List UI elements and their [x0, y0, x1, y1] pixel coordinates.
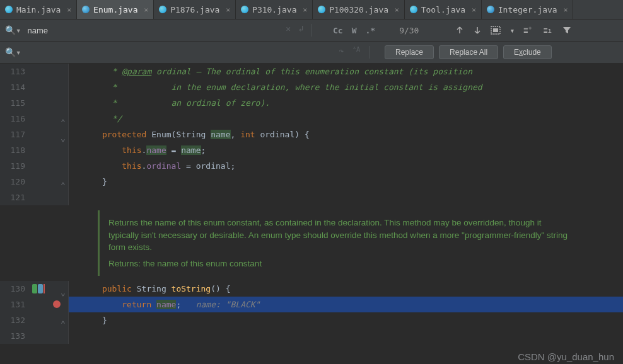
line-number: 119: [0, 158, 30, 174]
select-all-icon[interactable]: [491, 26, 501, 35]
svg-text:+: +: [528, 26, 532, 31]
tab-p310-java[interactable]: P310.java✕: [236, 0, 313, 19]
line-number: 133: [0, 328, 30, 344]
java-class-icon: [487, 6, 494, 13]
editor-tabs: Main.java✕ Enum.java✕ P1876.java✕ P310.j…: [0, 0, 623, 20]
history-icon[interactable]: ↷: [339, 46, 344, 59]
java-class-icon: [82, 6, 90, 13]
line-number: 118: [0, 142, 30, 158]
svg-text:≣: ≣: [523, 26, 528, 35]
close-icon[interactable]: ✕: [564, 6, 568, 14]
close-icon[interactable]: ✕: [67, 6, 71, 14]
newline-toggle-icon[interactable]: ↲: [298, 24, 303, 37]
clear-input-icon[interactable]: ✕: [286, 24, 291, 37]
close-icon[interactable]: ✕: [395, 6, 399, 14]
code-editor[interactable]: 113 * @param ordinal – The ordinal of th…: [0, 64, 623, 364]
divider: [369, 46, 370, 59]
fold-down-icon[interactable]: ⌄: [61, 285, 67, 292]
fold-down-icon[interactable]: ⌄: [61, 130, 67, 138]
tab-integer-java[interactable]: Integer.java✕: [482, 0, 574, 19]
java-file-icon: [318, 6, 325, 13]
line-number: 132: [0, 312, 30, 328]
quick-doc-popup: Returns the name of this enum constant, …: [98, 210, 577, 276]
line-number: 120: [0, 174, 30, 190]
words-toggle[interactable]: W: [352, 26, 357, 35]
line-number: 116: [0, 111, 30, 127]
replace-button[interactable]: Replace: [385, 45, 434, 59]
filter-icon[interactable]: [562, 26, 571, 35]
match-case-toggle[interactable]: Cc: [333, 26, 343, 35]
close-icon[interactable]: ✕: [226, 6, 230, 14]
tab-enum-java[interactable]: Enum.java✕: [77, 0, 154, 19]
line-number: 121: [0, 190, 30, 205]
java-file-icon: [159, 6, 166, 13]
line-number: 131: [0, 297, 30, 312]
close-icon[interactable]: ✕: [472, 6, 476, 14]
replace-all-button[interactable]: Replace All: [439, 45, 498, 59]
fold-up-icon[interactable]: ⌃: [61, 316, 67, 324]
tab-p100320-java[interactable]: P100320.java✕: [313, 0, 405, 19]
fold-up-icon[interactable]: ⌃: [61, 115, 67, 122]
exclude-button[interactable]: Exclude: [503, 45, 552, 59]
find-input[interactable]: [26, 25, 281, 36]
svg-rect-1: [493, 28, 498, 32]
watermark: CSDN @yu_duan_hun: [518, 351, 614, 362]
close-icon[interactable]: ✕: [303, 6, 308, 14]
line-number: 115: [0, 95, 30, 111]
java-file-icon: [5, 6, 13, 13]
divider: [311, 24, 312, 37]
search-icon[interactable]: 🔍▾: [5, 47, 21, 57]
search-icon[interactable]: 🔍▾: [5, 25, 21, 35]
settings-icon[interactable]: ≣ı: [544, 26, 554, 35]
line-number: 113: [0, 64, 30, 79]
tab-main-java[interactable]: Main.java✕: [0, 0, 77, 19]
breakpoint-icon[interactable]: [53, 300, 61, 308]
svg-text:≣ı: ≣ı: [544, 26, 552, 35]
find-toolbar: 🔍▾ ✕ ↲ Cc W .* 9/30 ▾ ≣+ ≣ı: [0, 20, 623, 42]
tab-p1876-java[interactable]: P1876.java✕: [154, 0, 236, 19]
line-number: 130: [0, 281, 30, 297]
close-icon[interactable]: ✕: [144, 6, 149, 14]
regex-toggle[interactable]: .*: [365, 26, 375, 35]
java-file-icon: [241, 6, 248, 13]
match-count: 9/30: [399, 26, 419, 35]
line-number: 117: [0, 127, 30, 142]
gutter-markers[interactable]: [32, 284, 49, 293]
prev-match-icon[interactable]: [455, 26, 464, 35]
fold-up-icon[interactable]: ⌃: [61, 178, 67, 185]
add-selection-icon[interactable]: ≣+: [523, 26, 535, 35]
line-number: 114: [0, 79, 30, 95]
next-match-icon[interactable]: [473, 26, 482, 35]
replace-toolbar: 🔍▾ ↷ ᴬA Replace Replace All Exclude: [0, 42, 623, 64]
tab-tool-java[interactable]: Tool.java✕: [405, 0, 482, 19]
aa-icon[interactable]: ᴬA: [352, 46, 360, 59]
java-file-icon: [410, 6, 417, 13]
chevron-down-icon[interactable]: ▾: [509, 26, 515, 35]
